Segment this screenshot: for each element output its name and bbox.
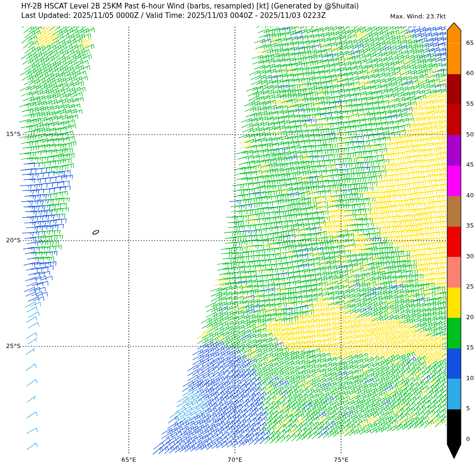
colorbar-tick-label: 0 <box>466 435 470 442</box>
x-axis-tick-label: 65°E <box>118 456 139 463</box>
chart-title: HY-2B HSCAT Level 2B 25KM Past 6-hour Wi… <box>21 2 359 10</box>
colorbar-tick-label: 65 <box>466 39 474 46</box>
colorbar-tick-label: 40 <box>466 192 474 199</box>
x-axis-tick-label: 70°E <box>225 456 245 463</box>
wind-barb-map <box>0 0 476 467</box>
y-axis-tick-label: 20°S <box>0 237 21 244</box>
chart-subtitle: Last Updated: 2025/11/05 0000Z / Valid T… <box>21 11 326 20</box>
colorbar-tick-label: 25 <box>466 283 474 290</box>
colorbar-tick-label: 45 <box>466 161 474 168</box>
colorbar-tick-label: 5 <box>466 405 470 412</box>
x-axis-tick-label: 75°E <box>331 456 351 463</box>
y-axis-tick-label: 15°S <box>0 130 21 137</box>
colorbar-tick-label: 50 <box>466 131 474 138</box>
max-wind-label: Max. Wind: 23.7kt <box>390 13 446 20</box>
colorbar-tick-label: 20 <box>466 314 474 321</box>
y-axis-tick-label: 25°S <box>0 342 21 349</box>
colorbar-tick-label: 10 <box>466 374 474 382</box>
colorbar-tick-label: 30 <box>466 253 474 260</box>
colorbar-tick-label: 55 <box>466 100 474 107</box>
figure: HY-2B HSCAT Level 2B 25KM Past 6-hour Wi… <box>0 0 476 467</box>
colorbar-tick-label: 15 <box>466 344 474 351</box>
colorbar-tick-label: 35 <box>466 222 474 229</box>
colorbar-tick-label: 60 <box>466 69 474 76</box>
